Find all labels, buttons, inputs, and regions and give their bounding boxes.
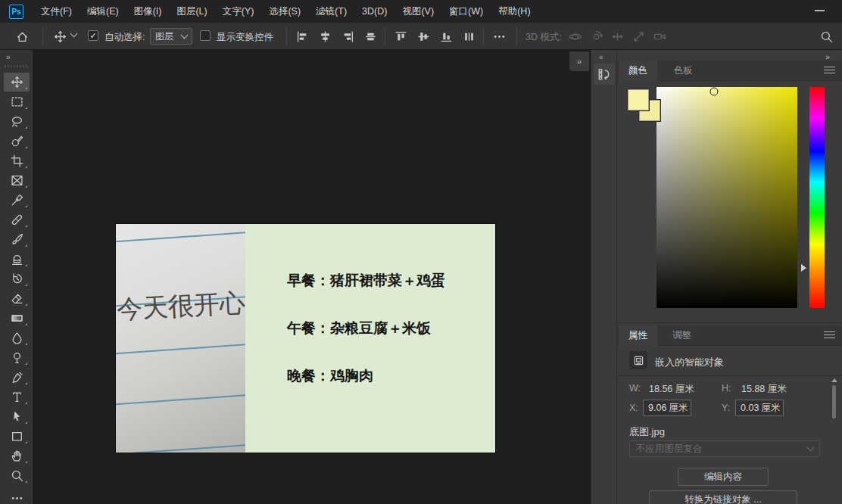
move-tool[interactable] [4, 73, 30, 92]
move-tool-options-icon[interactable] [51, 28, 68, 45]
blur-tool[interactable] [4, 328, 30, 347]
meal-line: 晚餐：鸡胸肉 [287, 366, 373, 386]
menu-item[interactable]: 帮助(H) [491, 0, 538, 23]
color-picker-field[interactable] [656, 87, 797, 308]
tool-bar: » [0, 50, 33, 504]
hue-slider-marker[interactable] [801, 264, 806, 272]
toolbar-collapse-button[interactable]: » [6, 53, 10, 61]
menu-item[interactable]: 图像(I) [126, 0, 170, 23]
auto-select-checkbox[interactable]: ✓ [88, 30, 98, 41]
panel-dock: » 颜色 色板 属性 调整 嵌入的智能对象 [616, 50, 842, 504]
crop-tool[interactable] [4, 151, 30, 170]
3d-camera-button [651, 28, 668, 45]
more-tools-button[interactable] [4, 489, 30, 504]
h-value: 15.88 厘米 [741, 383, 787, 396]
expand-dock-button[interactable]: » [569, 51, 589, 71]
w-value: 18.56 厘米 [649, 383, 694, 396]
minimize-button[interactable] [806, 0, 833, 21]
align-center-v-button[interactable] [415, 28, 432, 45]
align-left-button[interactable] [294, 28, 310, 45]
foreground-color-swatch[interactable] [628, 89, 649, 110]
history-brush-tool[interactable] [4, 269, 30, 288]
ruled-line [116, 342, 245, 356]
align-center-h-button[interactable] [317, 28, 333, 45]
path-selection-tool[interactable] [4, 407, 30, 426]
hue-slider[interactable] [809, 87, 825, 308]
distribute-v-button[interactable] [460, 28, 477, 45]
tab-color[interactable]: 颜色 [619, 61, 657, 81]
icon-panel-dock: « [591, 50, 616, 504]
separator [516, 27, 517, 45]
auto-select-target-dropdown[interactable]: 图层 [150, 28, 192, 45]
separator [286, 27, 287, 45]
home-button[interactable] [14, 28, 30, 45]
toolbar-grip[interactable] [5, 65, 29, 67]
chevron-down-icon[interactable] [70, 30, 78, 38]
more-align-options-button[interactable] [491, 28, 507, 45]
3d-orbit-button [566, 28, 583, 45]
brush-tool[interactable] [4, 230, 30, 249]
chevron-down-icon [181, 32, 189, 39]
menu-item[interactable]: 文字(Y) [215, 0, 262, 23]
edit-contents-button[interactable]: 编辑内容 [678, 468, 769, 486]
eyedropper-tool[interactable] [4, 191, 30, 210]
hand-tool[interactable] [4, 446, 30, 465]
align-right-button[interactable] [339, 28, 356, 45]
distribute-h-button[interactable] [362, 28, 379, 45]
document-canvas[interactable]: 今天很开心 早餐：猪肝裙带菜＋鸡蛋午餐：杂粮豆腐＋米饭晚餐：鸡胸肉 [116, 224, 495, 453]
auto-select-label: 自动选择: [104, 31, 145, 44]
rectangular-marquee-tool[interactable] [4, 92, 30, 111]
gradient-tool[interactable] [4, 309, 30, 328]
layer-comp-value: 不应用图层复合 [636, 443, 703, 456]
history-panel-icon[interactable] [594, 64, 615, 85]
menu-item[interactable]: 窗口(W) [441, 0, 491, 23]
separator [483, 27, 484, 45]
menu-item[interactable]: 选择(S) [261, 0, 308, 23]
x-label: X: [629, 403, 638, 413]
convert-to-linked-button[interactable]: 转换为链接对象 ... [649, 490, 797, 504]
align-bottom-button[interactable] [438, 28, 454, 45]
type-tool[interactable] [4, 387, 30, 406]
lasso-tool[interactable] [4, 112, 30, 131]
x-input[interactable]: 9.06厘米 [643, 400, 691, 416]
chevron-down-icon [807, 444, 815, 452]
eraser-tool[interactable] [4, 289, 30, 308]
frame-tool[interactable] [4, 171, 30, 190]
layer-name-label: 底图.jpg [629, 425, 665, 439]
panel-divider [617, 322, 842, 323]
show-transform-label: 显示变换控件 [217, 31, 273, 44]
search-icon[interactable] [818, 28, 834, 45]
pen-tool[interactable] [4, 368, 30, 387]
menu-item[interactable]: 滤镜(T) [308, 0, 354, 23]
clone-stamp-tool[interactable] [4, 250, 30, 269]
color-panel-tab-bar: 颜色 色板 [617, 61, 842, 81]
show-transform-checkbox[interactable] [200, 30, 210, 41]
dodge-tool[interactable] [4, 348, 30, 367]
expand-panels-button[interactable]: « [599, 53, 603, 61]
y-label: Y: [722, 403, 730, 413]
menu-bar: 文件(F)编辑(E)图像(I)图层(L)文字(Y)选择(S)滤镜(T)3D(D)… [33, 0, 538, 23]
tab-adjustments[interactable]: 调整 [663, 325, 701, 346]
menu-item[interactable]: 图层(L) [169, 0, 214, 23]
notebook-photo: 今天很开心 [116, 224, 245, 453]
menu-item[interactable]: 文件(F) [33, 0, 80, 23]
tab-swatches[interactable]: 色板 [664, 61, 703, 81]
y-input[interactable]: 0.03厘米 [735, 400, 784, 416]
3d-slide-button [630, 28, 647, 45]
rectangle-tool[interactable] [4, 427, 30, 446]
color-panel-menu-icon[interactable] [824, 67, 835, 75]
menu-item[interactable]: 视图(V) [394, 0, 441, 23]
color-picker-marker[interactable] [710, 87, 719, 95]
menu-item[interactable]: 3D(D) [354, 0, 394, 23]
3d-roll-button [588, 28, 604, 45]
properties-panel-menu-icon[interactable] [824, 331, 835, 340]
scrollbar[interactable] [831, 378, 837, 425]
scroll-thumb [832, 385, 836, 418]
quick-selection-tool[interactable] [4, 132, 30, 151]
menu-item[interactable]: 编辑(E) [80, 0, 126, 23]
zoom-tool[interactable] [4, 466, 30, 485]
spot-healing-brush-tool[interactable] [4, 210, 30, 229]
properties-panel: 属性 调整 嵌入的智能对象 W: 18.56 厘米 H: 15.88 厘米 X:… [617, 325, 842, 504]
tab-properties[interactable]: 属性 [619, 325, 657, 346]
align-top-button[interactable] [392, 28, 409, 45]
